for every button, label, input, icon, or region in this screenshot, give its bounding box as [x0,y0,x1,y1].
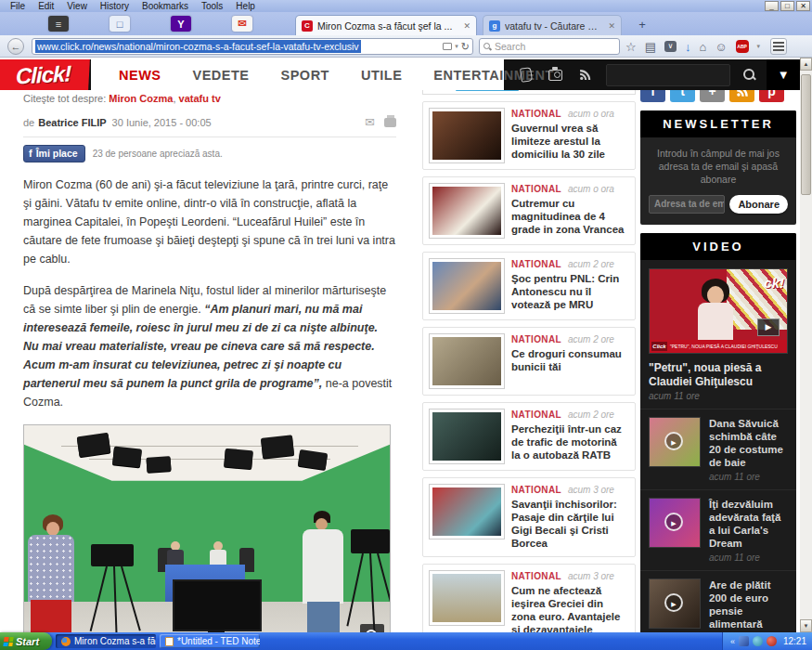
page-content: Click! NEWS VEDETE SPORT UTILE ENTERTAIN… [0,58,800,632]
pinned-tab-icon[interactable]: ≡ [48,16,69,32]
news-category[interactable]: NATIONAL [511,334,561,344]
video-title[interactable]: Are de plătit 200 de euro pensie aliment… [709,578,788,630]
menu-item[interactable]: Edit [32,0,60,12]
bookmarks-list-icon[interactable]: ▤ [645,41,656,53]
home-icon[interactable]: ⌂ [699,41,706,53]
browser-search-box[interactable] [479,38,620,55]
start-button[interactable]: Start [0,632,52,650]
menu-hamburger-icon[interactable] [770,38,787,55]
reload-icon[interactable]: ↻ [461,41,470,53]
news-title[interactable]: Guvernul vrea să limiteze arestul la dom… [511,122,628,161]
main-video-thumbnail[interactable]: ck! ▶ "PETRU", NOUA PIESĂ A CLAUDIEI GHI… [649,268,788,354]
pinned-tab-icon[interactable]: ✉ [232,16,252,32]
video-list-item[interactable]: ▶ Are de plătit 200 de euro pensie alime… [640,570,796,632]
video-list-item[interactable]: ▶ Îţi dezvăluim adevărata faţă a lui Car… [640,489,796,570]
menu-item[interactable]: View [60,0,94,12]
site-search-icon[interactable] [743,69,754,81]
tag-miron-cozma[interactable]: Miron Cozma [109,93,173,104]
video-list-item[interactable]: ▶ Dana Săvuică schimbă câte 20 de costum… [640,409,796,489]
video-title[interactable]: Îţi dezvăluim adevărata faţă a lui Carla… [709,498,788,550]
email-icon[interactable]: ✉ [365,115,375,129]
facebook-like-button[interactable]: f Îmi place [23,145,85,162]
related-news-item[interactable]: NATIONAL acum 3 ore Cum ne afectează ieş… [422,564,636,632]
news-category[interactable]: NATIONAL [511,259,561,269]
news-title[interactable]: Şoc pentru PNL: Crin Antonescu nu îl vot… [511,272,628,311]
tag-vatafu-tv[interactable]: vatafu tv [179,93,221,104]
paragraph-2: După despărţirea de Marinela Niţu, fostu… [23,281,396,411]
network-icon[interactable] [739,636,749,646]
pinned-tab-icon[interactable]: Y [171,16,191,32]
newsletter-email-input[interactable]: Adresa ta de email * [649,195,725,214]
messenger-icon[interactable] [753,636,763,646]
adblock-caret-icon[interactable]: ▾ [757,43,761,50]
url-bar[interactable]: www.click.ro/news/national/miron-cozma-s… [32,38,473,55]
author-name[interactable]: Beatrice FILIP [38,117,106,128]
news-category[interactable]: NATIONAL [511,109,561,119]
nav-vedete[interactable]: VEDETE [193,68,250,83]
magazine-icon[interactable] [520,67,533,82]
back-button[interactable]: ← [7,38,24,55]
menu-item[interactable]: File [4,0,32,12]
newsletter-subscribe-button[interactable]: Abonare [729,195,788,214]
site-search-input[interactable] [606,64,729,86]
security-icon[interactable] [767,636,777,646]
nav-utile[interactable]: UTILE [361,68,402,83]
tab-close-icon[interactable]: ✕ [608,21,615,31]
browser-navbar: ← www.click.ro/news/national/miron-cozma… [0,35,812,58]
news-title[interactable]: Cutremur cu magnitudinea de 4 grade in z… [511,197,628,236]
taskbar-notepad-task[interactable]: *Untitled - TED Notepad [160,634,260,648]
news-title[interactable]: Percheziţii într-un caz de trafic de mot… [511,422,628,462]
tab-close-icon[interactable]: ✕ [463,21,470,31]
video-title[interactable]: Dana Săvuică schimbă câte 20 de costume … [709,417,788,469]
related-news-item[interactable]: NATIONAL acum 2 ore Ce droguri consumau … [422,327,636,396]
main-video-title[interactable]: "Petru", noua piesă a Claudiei Ghiţulesc… [649,361,788,389]
menu-item[interactable]: Tools [195,0,229,12]
site-logo[interactable]: Click! [0,59,90,90]
news-category[interactable]: NATIONAL [511,184,561,194]
related-news-item[interactable]: NATIONAL acum 3 ore Savanţii închisorilo… [422,477,636,557]
news-category[interactable]: NATIONAL [511,485,561,495]
close-button[interactable]: ✕ [796,1,810,11]
news-title[interactable]: Ce droguri consumau bunicii tăi [511,347,628,373]
newsletter-header: NEWSLETTER [640,110,796,137]
scrollbar-thumb[interactable] [801,74,811,195]
related-news-item[interactable]: NATIONAL acum 2 ore Şoc pentru PNL: Crin… [422,252,636,320]
photo-zoom-button[interactable] [360,624,384,632]
print-icon[interactable] [384,118,396,127]
menu-item[interactable]: Help [229,0,262,12]
tab-google-search[interactable]: g vatafu tv - Căutare Google ✕ [483,15,622,35]
bookmark-star-icon[interactable]: ☆ [625,41,637,53]
search-input[interactable] [495,41,597,52]
related-news-item[interactable]: NATIONAL acum o ora Cutremur cu magnitud… [422,176,636,245]
reader-mode-icon[interactable] [443,43,452,50]
taskbar-firefox-task[interactable]: Miron Cozma s-a făcu... [56,634,156,648]
related-news-item[interactable]: NATIONAL acum o ora Guvernul vrea să lim… [422,101,636,170]
url-dropdown-icon[interactable]: ▾ [455,43,458,50]
news-title[interactable]: Cum ne afectează ieşirea Greciei din zon… [511,584,628,632]
news-title[interactable]: Savanţii închisorilor: Pasaje din cărţil… [511,498,628,550]
tab-article[interactable]: C Miron Cozma s-a făcut şef la ... ✕ [295,15,477,35]
adblock-icon[interactable]: ABP [736,40,749,53]
camera-icon[interactable] [548,70,562,81]
chat-icon[interactable]: ☺ [715,41,727,53]
news-category[interactable]: NATIONAL [511,571,561,581]
rss-feed-icon[interactable] [579,68,591,82]
related-news-item[interactable]: NATIONAL acum 2 ore Percheziţii într-un … [422,402,636,471]
menu-item[interactable]: Bookmarks [135,0,195,12]
nav-news[interactable]: NEWS [119,68,161,83]
pocket-icon[interactable]: ∨ [664,41,677,52]
menu-item[interactable]: History [94,0,135,12]
minimize-button[interactable]: _ [765,1,779,11]
pinned-tab-icon[interactable]: □ [110,16,130,32]
page-scrollbar[interactable]: ▲ ▼ [800,58,812,632]
play-button-icon[interactable]: ▶ [757,318,780,336]
restore-button[interactable]: □ [780,1,794,11]
downloads-icon[interactable]: ↓ [685,41,691,53]
new-tab-button[interactable]: + [631,18,653,33]
tray-expand-icon[interactable]: « [730,637,735,646]
nav-sport[interactable]: SPORT [281,68,329,83]
scroll-down-icon[interactable]: ▼ [800,619,812,632]
scroll-up-icon[interactable]: ▲ [800,58,812,71]
news-category[interactable]: NATIONAL [511,410,561,420]
header-dropdown-icon[interactable]: ▼ [767,59,800,90]
